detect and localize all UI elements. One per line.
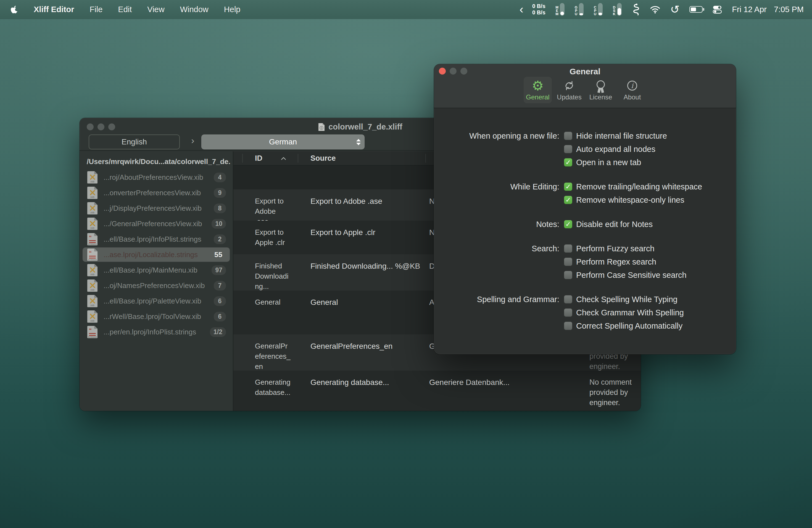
- preferences-tabs: ⚙ General Updates License: [434, 77, 736, 103]
- menu-edit[interactable]: Edit: [118, 5, 132, 14]
- cpu-gauge-widget[interactable]: CPU: [594, 3, 603, 16]
- option-label: Hide internal file structure: [576, 131, 667, 141]
- checkbox[interactable]: [564, 271, 572, 279]
- status-collapse-chevron-icon[interactable]: ‹: [520, 4, 523, 15]
- target-language-value: German: [269, 137, 297, 146]
- xib-file-icon: [87, 171, 98, 184]
- tab-general[interactable]: ⚙ General: [524, 77, 552, 103]
- sidebar-item[interactable]: ...onverterPreferencesView.xib 9: [83, 186, 230, 200]
- item-count-badge: 2: [214, 234, 226, 244]
- checkbox[interactable]: [564, 132, 572, 140]
- menu-help[interactable]: Help: [224, 5, 241, 14]
- cell-source: General: [298, 291, 425, 334]
- sidebar-item[interactable]: ...ell/Base.lproj/MainMenu.xib 97: [83, 263, 230, 277]
- option-remove-trailing-leading-whitespace[interactable]: Remove trailing/leading whitespace: [564, 180, 702, 193]
- option-hide-internal-file-structure[interactable]: Hide internal file structure: [564, 129, 667, 143]
- option-perform-regex-search[interactable]: Perform Regex search: [564, 255, 686, 268]
- sidebar-item-selected[interactable]: “ ...ase.lproj/Localizable.strings 55: [83, 247, 230, 262]
- option-auto-expand-all-nodes[interactable]: Auto expand all nodes: [564, 143, 667, 156]
- dsk-gauge-widget[interactable]: DSK: [613, 3, 622, 16]
- item-count-badge: 9: [214, 188, 226, 198]
- sidebar-item[interactable]: ...oj/NamesPreferencesView.xib 7: [83, 278, 230, 293]
- option-correct-spelling-automatically[interactable]: Correct Spelling Automatically: [564, 319, 684, 333]
- file-path: /Users/mrqwirk/Docu...ata/colorwell_7_de…: [87, 157, 230, 166]
- item-count-badge: 4: [214, 173, 226, 182]
- battery-icon[interactable]: [690, 6, 702, 13]
- gpu-gauge-bar: [579, 3, 584, 16]
- checkbox[interactable]: [564, 220, 572, 229]
- window-title-label: colorwell_7_de.xliff: [329, 122, 402, 131]
- tab-updates[interactable]: Updates: [555, 77, 583, 103]
- checkbox[interactable]: [564, 145, 572, 153]
- checkbox[interactable]: [564, 182, 572, 191]
- sidebar-item[interactable]: “ ...ell/Base.lproj/InfoPlist.strings 2: [83, 232, 230, 246]
- mem-gauge-widget[interactable]: MEM: [555, 3, 565, 16]
- option-label: Disable edit for Notes: [576, 220, 653, 229]
- file-sidebar: /Users/mrqwirk/Docu...ata/colorwell_7_de…: [79, 151, 233, 411]
- update-arrows-icon: [563, 78, 575, 93]
- snake-status-icon[interactable]: [632, 3, 640, 16]
- column-header-id[interactable]: ID: [242, 151, 298, 165]
- gpu-gauge-widget[interactable]: GPU: [575, 3, 584, 16]
- option-label: Remove trailing/leading whitespace: [576, 182, 702, 191]
- language-arrow-icon: ›: [188, 135, 198, 146]
- apple-menu-icon[interactable]: [11, 5, 18, 14]
- checkbox[interactable]: [564, 258, 572, 266]
- network-speed-widget[interactable]: 0 B/s 0 B/s: [532, 3, 546, 16]
- cell-source: Export to Apple .clr: [298, 221, 425, 254]
- option-remove-whitespace-only-lines[interactable]: Remove whitespace-only lines: [564, 193, 702, 207]
- tab-label: Updates: [557, 93, 581, 101]
- option-check-spelling-while-typing[interactable]: Check Spelling While Typing: [564, 293, 684, 306]
- option-perform-fuzzy-search[interactable]: Perform Fuzzy search: [564, 242, 686, 255]
- checkbox[interactable]: [564, 158, 572, 166]
- table-row[interactable]: Generating database... Generating databa…: [233, 371, 641, 411]
- menu-window[interactable]: Window: [180, 5, 208, 14]
- sidebar-item-label: ...roj/AboutPreferencesView.xib: [104, 173, 214, 182]
- checkbox[interactable]: [564, 245, 572, 253]
- control-center-icon[interactable]: [713, 5, 722, 14]
- xib-file-icon: [87, 187, 98, 199]
- clock-date: Fri 12 Apr: [732, 5, 767, 14]
- popup-stepper-icon: [356, 134, 361, 149]
- group-opening-file: When opening a new file: Hide internal f…: [434, 129, 736, 169]
- menu-view[interactable]: View: [147, 5, 164, 14]
- checkbox[interactable]: [564, 196, 572, 204]
- tab-about[interactable]: i About: [618, 77, 646, 103]
- sort-ascending-icon: [282, 157, 286, 161]
- time-machine-icon[interactable]: ↺: [670, 4, 680, 15]
- checkbox[interactable]: [564, 295, 572, 304]
- xib-file-icon: [87, 202, 98, 215]
- group-label: Spelling and Grammar:: [434, 293, 559, 306]
- option-disable-edit-for-notes[interactable]: Disable edit for Notes: [564, 218, 653, 231]
- target-language-select[interactable]: German: [201, 134, 365, 149]
- xib-file-icon: [87, 295, 98, 307]
- option-open-in-a-new-tab[interactable]: Open in a new tab: [564, 156, 667, 169]
- menu-bar-clock[interactable]: Fri 12 Apr 7:05 PM: [732, 5, 804, 14]
- app-menu[interactable]: Xliff Editor: [34, 5, 74, 14]
- item-count-badge: 6: [214, 312, 226, 321]
- ribbon-icon: [597, 78, 605, 93]
- sidebar-item[interactable]: ...roj/AboutPreferencesView.xib 4: [83, 170, 230, 185]
- dsk-gauge-bar: [617, 3, 622, 16]
- group-spelling-and-grammar: Spelling and Grammar: Check Spelling Whi…: [434, 293, 736, 333]
- group-label: Notes:: [434, 218, 559, 231]
- dsk-gauge-label: DSK: [613, 6, 616, 16]
- sidebar-item[interactable]: ...j/DisplayPreferencesView.xib 8: [83, 201, 230, 216]
- sidebar-item[interactable]: “ ...per/en.lproj/InfoPlist.strings 1/2: [83, 325, 230, 339]
- sidebar-item[interactable]: .../GeneralPreferencesView.xib 10: [83, 217, 230, 231]
- sidebar-item[interactable]: ...rWell/Base.lproj/ToolView.xib 6: [83, 309, 230, 324]
- tab-label: License: [590, 93, 612, 101]
- checkbox[interactable]: [564, 308, 572, 317]
- option-label: Perform Fuzzy search: [576, 244, 655, 253]
- wifi-icon[interactable]: [650, 5, 661, 14]
- menu-bar: Xliff Editor File Edit View Window Help …: [0, 0, 812, 19]
- option-perform-case-sensitive-search[interactable]: Perform Case Sensitive search: [564, 268, 686, 282]
- mem-gauge-bar: [560, 3, 565, 16]
- sidebar-item[interactable]: ...ell/Base.lproj/PaletteView.xib 6: [83, 294, 230, 308]
- checkbox[interactable]: [564, 322, 572, 330]
- option-check-grammar-with-spelling[interactable]: Check Grammar With Spelling: [564, 306, 684, 319]
- column-header-source[interactable]: Source: [298, 151, 425, 165]
- tab-license[interactable]: License: [586, 77, 615, 103]
- menu-file[interactable]: File: [90, 5, 103, 14]
- source-language-button[interactable]: English: [89, 134, 180, 149]
